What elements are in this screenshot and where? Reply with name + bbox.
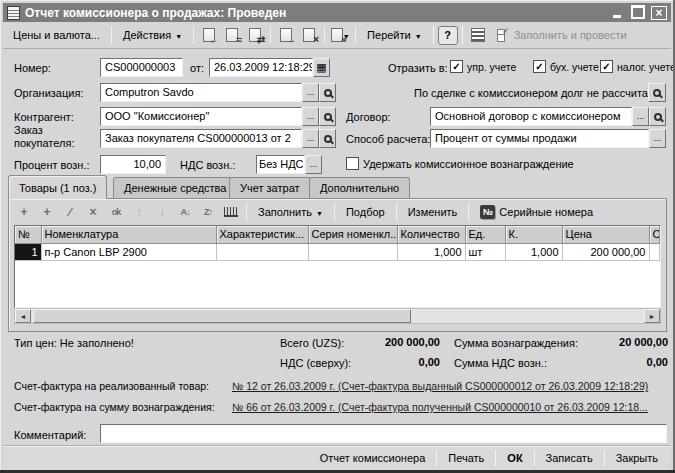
organization-input[interactable]: Computron Savdo [100, 83, 302, 102]
tab-money[interactable]: Денежные средства [113, 177, 237, 199]
fill-and-post-button[interactable]: ✓ Заполнить и провести [490, 26, 634, 45]
sort-ascending-button[interactable]: A↓ [174, 201, 196, 223]
print-button[interactable]: Печать [439, 448, 493, 468]
counterparty-input[interactable]: ООО "Комиссионер" [100, 107, 302, 126]
sold-invoice-label: Счет-фактура на реализованный товар: [14, 380, 209, 392]
close-window-button[interactable]: Закрыть [607, 448, 667, 468]
copy-document-button[interactable]: ⇄ [244, 24, 266, 46]
actions-menu-button[interactable]: Действия ▼ [116, 26, 189, 44]
go-to-menu-button[interactable]: Перейти ▼ [360, 26, 429, 44]
edit-row-button[interactable]: ∕ [59, 201, 81, 223]
customer-order-input[interactable]: Заказ покупателя CS000000013 от 2 [100, 129, 302, 148]
scrollbar-thumb[interactable] [33, 309, 411, 323]
deal-note-open-button[interactable] [648, 83, 666, 102]
minimize-button[interactable] [609, 6, 625, 20]
ok-button[interactable]: ОК [498, 448, 531, 468]
calendar-button[interactable]: ▦ [313, 58, 330, 77]
commissioner-report-button[interactable]: Отчет комиссионера [311, 448, 435, 468]
set-time-button[interactable]: ≈ [221, 24, 243, 46]
edit-row-icon: ∕ [69, 205, 71, 219]
save-button[interactable]: Записать [537, 448, 602, 468]
nomenclature-cell[interactable]: п-р Canon LBP 2900 [41, 243, 216, 260]
fee-vat-input[interactable]: Без НДС [256, 155, 305, 174]
document-structure-button[interactable] [467, 24, 489, 46]
customer-order-ellipsis-button[interactable]: ... [302, 129, 319, 148]
delete-row-button[interactable]: × [82, 201, 104, 223]
date-input[interactable]: 26.03.2009 12:18:29 [209, 58, 313, 77]
add-row-button[interactable]: + [13, 201, 35, 223]
series-cell[interactable] [308, 243, 397, 260]
contract-ellipsis-button[interactable]: ... [632, 107, 649, 126]
number-label: Номер: [14, 62, 51, 74]
set-time-icon: ≈ [226, 28, 238, 42]
fee-sum-value: 20 000,00 [565, 336, 668, 348]
fill-and-post-label: Заполнить и провести [514, 29, 627, 41]
k-cell[interactable]: 1,000 [505, 243, 562, 260]
sort-descending-button[interactable]: Z↑ [197, 201, 219, 223]
scroll-right-button[interactable]: ► [644, 309, 660, 323]
tab-cost-accounting[interactable]: Учет затрат [229, 177, 311, 199]
unpost-document-button[interactable]: × [298, 24, 320, 46]
checkbox-check-icon: ✓ [533, 60, 546, 73]
chevron-down-icon: ▼ [343, 33, 350, 40]
column-header-quantity: Количество [397, 226, 465, 243]
checkbox-accounting[interactable]: ✓ бух. учете [533, 60, 599, 73]
checkbox-tax-accounting[interactable]: ✓ налог. учете [600, 60, 675, 73]
serial-number-icon: № [480, 205, 495, 219]
help-button[interactable]: ? [438, 26, 458, 45]
reread-document-button[interactable]: ← [198, 24, 220, 46]
fill-menu-button[interactable]: Заполнить ▼ [251, 203, 330, 221]
serial-numbers-button[interactable]: № Серийные номера [473, 202, 600, 222]
number-input[interactable]: CS000000003 [100, 58, 183, 77]
price-type-note: Тип цен: Не заполнено! [14, 337, 134, 349]
footer-separator [436, 450, 437, 466]
barcode-button[interactable] [220, 201, 242, 223]
maximize-button[interactable] [630, 6, 646, 20]
organization-open-button[interactable] [319, 83, 336, 102]
grid-header-row: № Номенклатура Характеристик... Серия но… [15, 226, 660, 243]
checklist-icon: ✓ [497, 29, 510, 42]
fee-vat-ellipsis-button[interactable]: ... [305, 155, 322, 174]
row-number-cell[interactable]: 1 [15, 243, 41, 260]
column-header-series: Серия номенкл... [308, 226, 397, 243]
scroll-left-button[interactable]: ◄ [15, 309, 31, 323]
fee-percent-input[interactable]: 10,00 [100, 155, 166, 174]
organization-ellipsis-button[interactable]: ... [302, 83, 319, 102]
toolbar-separator [433, 26, 434, 44]
horizontal-scrollbar[interactable]: ◄ ► [14, 308, 661, 324]
quantity-cell[interactable]: 1,000 [397, 243, 465, 260]
counterparty-open-button[interactable] [319, 107, 336, 126]
contract-open-button[interactable] [649, 107, 666, 126]
sold-invoice-link[interactable]: № 12 от 26.03.2009 г. (Счет-фактура выда… [232, 380, 669, 392]
post-document-button[interactable]: → [275, 24, 297, 46]
move-up-button[interactable]: ↑ [128, 201, 150, 223]
move-down-button[interactable]: ↓ [151, 201, 173, 223]
organization-label: Организация: [14, 87, 83, 99]
checkbox-management-accounting[interactable]: ✓ упр. учете [450, 60, 516, 73]
calc-method-ellipsis-button[interactable]: ... [649, 129, 666, 148]
tab-goods[interactable]: Товары (1 поз.) [8, 175, 107, 199]
sum-cell[interactable] [649, 243, 660, 260]
checkbox-withhold-fee[interactable]: Удержать комиссионное вознаграждение [346, 157, 574, 170]
fee-invoice-link[interactable]: № 66 от 26.03.2009 г. (Счет-фактура полу… [232, 401, 669, 413]
characteristic-cell[interactable] [216, 243, 308, 260]
unit-cell[interactable]: шт [465, 243, 505, 260]
copy-row-button[interactable]: + [36, 201, 58, 223]
toolbar-separator [468, 203, 469, 221]
goods-grid: № Номенклатура Характеристик... Серия но… [14, 225, 661, 308]
contract-input[interactable]: Основной договор с комиссионером [430, 107, 632, 126]
pick-button[interactable]: Подбор [339, 203, 392, 221]
document-movements-button[interactable]: » ▼ [329, 24, 351, 46]
prices-currency-button[interactable]: Цены и валюта... [6, 26, 107, 44]
tab-additional[interactable]: Дополнительно [309, 177, 410, 199]
finish-edit-button[interactable]: ok [105, 201, 127, 223]
comment-input[interactable] [100, 424, 667, 443]
price-cell[interactable]: 200 000,00 [562, 243, 649, 260]
close-button[interactable]: × [651, 6, 667, 20]
change-button[interactable]: Изменить [401, 203, 465, 221]
customer-order-open-button[interactable] [319, 129, 336, 148]
table-row[interactable]: 1 п-р Canon LBP 2900 1,000 шт 1,000 200 … [15, 243, 660, 260]
calc-method-input[interactable]: Процент от суммы продажи [430, 129, 649, 148]
grid-toolbar: + + ∕ × ok ↑ ↓ A↓ Z↑ Заполнить ▼ Подбор … [13, 201, 662, 223]
counterparty-ellipsis-button[interactable]: ... [302, 107, 319, 126]
